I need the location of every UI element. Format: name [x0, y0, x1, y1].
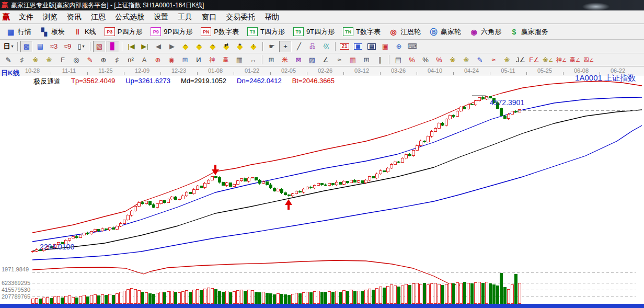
mirror-a-button[interactable]: A — [138, 54, 151, 65]
p-square-button[interactable]: P3P四方形 — [100, 26, 147, 38]
pan-right-diamond-button[interactable]: ◆→ — [193, 41, 205, 52]
expand-horizontal-diamond-button[interactable]: ◆↔ — [206, 41, 219, 52]
info-panel-icon: ▤ — [37, 43, 43, 50]
spiral-tool-button[interactable]: ◎ — [70, 54, 83, 65]
brain-map-button[interactable]: 巛 — [320, 41, 332, 52]
ying-angle-button[interactable]: 赢∠ — [569, 54, 581, 65]
grid-target-button[interactable]: ⊞ — [179, 54, 191, 65]
sectors-button[interactable]: ▚板块 — [36, 26, 69, 38]
kline-button[interactable]: ‖K线 — [69, 26, 100, 38]
circle-cross-button[interactable]: ⊕ — [152, 54, 164, 65]
grid-arrow-button[interactable]: ⊞ — [360, 54, 373, 65]
gold-fence-2-button[interactable]: 金 — [43, 54, 55, 65]
step-back-button[interactable]: ◀ — [152, 41, 165, 52]
shen-angle-button[interactable]: 神∠ — [555, 54, 568, 65]
p9-square-button[interactable]: P99P四方形 — [146, 26, 197, 38]
target-button[interactable]: ◉ — [165, 54, 178, 65]
gold-circle-button[interactable]: 金 — [446, 54, 459, 65]
t-square-button[interactable]: T3T四方形 — [243, 26, 289, 38]
menu-settings[interactable]: 设置 — [149, 12, 173, 23]
hexagon-button[interactable]: ◉六角形 — [465, 26, 505, 38]
span-arrow-button[interactable]: ↔ — [247, 54, 259, 65]
p-number-table-button[interactable]: PNP数字表 — [197, 26, 243, 38]
grid-red-button[interactable]: ▦ — [347, 54, 359, 65]
workstation-button[interactable]: ⌨ — [406, 41, 419, 52]
t-number-table-button[interactable]: TNT数字表 — [339, 26, 385, 38]
percent-rate-button[interactable]: % — [406, 54, 418, 65]
menu-formula-stock-pick[interactable]: 公式选股 — [110, 12, 149, 23]
n-square-button[interactable]: n² — [124, 54, 137, 65]
si-angle-button[interactable]: 四∠ — [582, 54, 595, 65]
pen-flag-button[interactable]: ✎ — [474, 54, 486, 65]
save-image-button[interactable]: ▣ — [379, 41, 392, 52]
pattern-mark-button[interactable]: ▧ — [93, 41, 106, 52]
menu-window[interactable]: 窗口 — [197, 12, 221, 23]
gold-line-button[interactable]: 金 — [460, 54, 473, 65]
gann-clock-button[interactable]: ⊕ — [97, 54, 110, 65]
wave-red-button[interactable]: ≈ — [487, 54, 500, 65]
notes-button[interactable]: ▤ — [365, 41, 378, 52]
k-mark-button[interactable]: И — [192, 54, 205, 65]
shen-angle-icon: 神∠ — [556, 57, 567, 63]
quotes-button[interactable]: ▦行情 — [2, 26, 36, 38]
gold-angle-button[interactable]: 金∠ — [542, 54, 554, 65]
wave-count-3-button[interactable]: ≈3 — [48, 41, 60, 52]
chart-region[interactable]: 10-2811-1111-2512-0912-2301-0801-2202-05… — [0, 66, 644, 304]
ying-tool-button[interactable]: 赢 — [220, 54, 232, 65]
web-export-button[interactable]: ⊕ — [393, 41, 405, 52]
menu-file[interactable]: 文件 — [14, 12, 38, 23]
period-day-button[interactable]: 日▾ — [2, 41, 15, 52]
gold-fence-1-button[interactable]: 金 — [29, 54, 42, 65]
f-angle-button[interactable]: F∠ — [528, 54, 540, 65]
menu-trade-orders[interactable]: 交易委托 — [221, 12, 260, 23]
percent-line-button[interactable]: % — [433, 54, 445, 65]
percent-plain-button[interactable]: % — [419, 54, 432, 65]
scale-box-button[interactable]: ▤ — [392, 54, 405, 65]
t9-square-button[interactable]: T99T四方形 — [289, 26, 339, 38]
angle-lines-button[interactable]: ∠ — [319, 54, 332, 65]
crosshair-button[interactable]: + — [279, 41, 292, 52]
pen-tool-button[interactable]: ✎ — [2, 54, 15, 65]
parallel-lines-button[interactable]: ∥ — [374, 54, 386, 65]
fence-f-button[interactable]: F — [56, 54, 69, 65]
red-pen-button[interactable]: ✎ — [84, 54, 96, 65]
calculator-button[interactable]: ▦ — [352, 41, 364, 52]
calendar-button[interactable]: 21 — [338, 41, 351, 52]
panorama-map-button[interactable]: ▩ — [20, 41, 33, 52]
gold-under-button[interactable]: 金 — [501, 54, 513, 65]
menu-help[interactable]: 帮助 — [260, 12, 284, 23]
candle-style-button[interactable]: ▯▾ — [75, 41, 87, 52]
expand-vertical-diamond-button[interactable]: ◆↕ — [247, 41, 260, 52]
fan-box-purple-button[interactable]: ⊠ — [292, 54, 305, 65]
arrow-overlay-icon: → — [193, 43, 205, 48]
ray-fan-button[interactable]: 米 — [279, 54, 291, 65]
info-panel-button[interactable]: ▤ — [34, 41, 47, 52]
gann-fence-button[interactable]: ♯ — [16, 54, 28, 65]
wave-count-9-button[interactable]: ≈9 — [61, 41, 74, 52]
price-chart-canvas[interactable]: 4572.39012294.0100 — [0, 66, 644, 304]
menu-news[interactable]: 资讯 — [62, 12, 86, 23]
box-axes-button[interactable]: ⊞ — [265, 54, 278, 65]
volume-profile-button[interactable]: ▊ — [107, 41, 119, 52]
shen-tool-button[interactable]: 神 — [206, 54, 218, 65]
menu-tools[interactable]: 工具 — [173, 12, 197, 23]
grape-tool-button[interactable]: 品 — [306, 41, 319, 52]
j-angle-button[interactable]: J∠ — [514, 54, 527, 65]
menu-browse[interactable]: 浏览 — [38, 12, 62, 23]
jump-first-button[interactable]: |◀ — [125, 41, 137, 52]
fan-box-navy-button[interactable]: ▨ — [306, 54, 318, 65]
ruler-grid-button[interactable]: ▦ — [233, 54, 246, 65]
jump-last-button[interactable]: ▶| — [139, 41, 151, 52]
gann-wheel-button[interactable]: ◎江恩轮 — [385, 26, 425, 38]
winner-wheel-button[interactable]: Ⓑ赢家轮 — [425, 26, 465, 38]
zigzag-button[interactable]: ≈ — [333, 54, 346, 65]
winner-service-button[interactable]: $赢家服务 — [505, 26, 553, 38]
compress-horizontal-diamond-button[interactable]: ◆⇄ — [220, 41, 233, 52]
trend-angle-button[interactable]: ╱ — [293, 41, 305, 52]
drag-hand-button[interactable]: ☛ — [266, 41, 278, 52]
pan-left-diamond-button[interactable]: ◆← — [179, 41, 192, 52]
menu-gann[interactable]: 江恩 — [86, 12, 110, 23]
expand-all-diamond-button[interactable]: ◆+ — [234, 41, 246, 52]
fence-plain-button[interactable]: ♯ — [111, 54, 123, 65]
step-forward-button[interactable]: ▶ — [166, 41, 178, 52]
